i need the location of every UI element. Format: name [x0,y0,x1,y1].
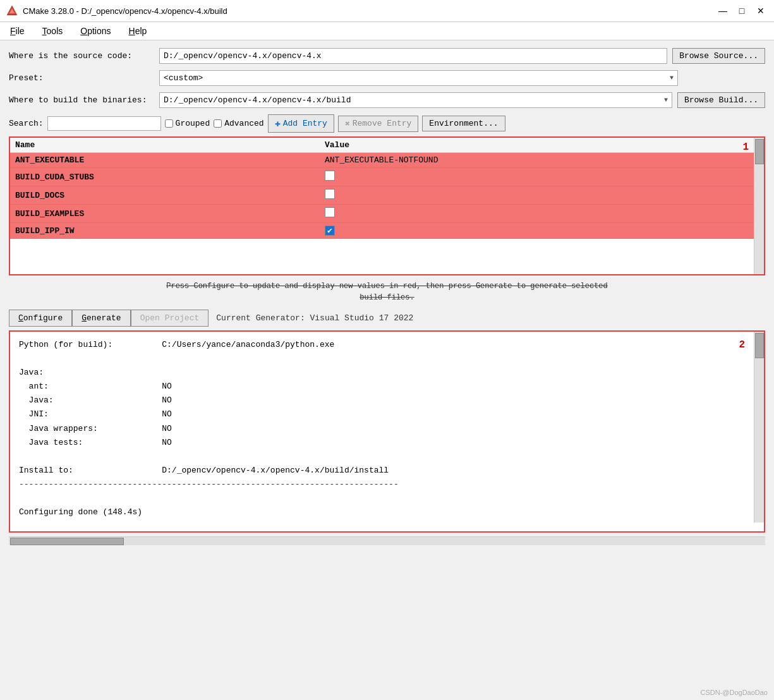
output-line-blank2 [19,450,755,464]
status-text: Press Configure to update and display ne… [9,281,765,303]
plus-icon: ✚ [275,118,281,130]
table-scrollbar-thumb[interactable] [755,139,764,164]
row-cuda-value [325,171,759,183]
grouped-checkbox-label[interactable]: Grouped [165,119,210,128]
output-line-install: Install to: D:/_opencv/opencv-4.x/opencv… [19,464,755,478]
toolbar-row: Search: Grouped Advanced ✚ Add Entry ✖ R… [9,114,765,133]
advanced-checkbox[interactable] [214,119,222,128]
remove-entry-label: Remove Entry [353,119,412,128]
browse-source-button[interactable]: Browse Source... [672,48,765,64]
advanced-checkbox-label[interactable]: Advanced [214,119,263,128]
browse-build-button[interactable]: Browse Build... [677,92,765,108]
ipp-checkbox[interactable]: ✔ [325,226,335,236]
table-row[interactable]: BUILD_CUDA_STUBS [10,168,764,186]
cuda-checkbox[interactable] [325,171,335,181]
status-line2: build files. [360,293,414,302]
row-ipp-name: BUILD_IPP_IW [15,226,325,236]
output-line-java2: Java: NO [19,394,755,407]
row-docs-value [325,189,759,202]
preset-arrow-icon: ▼ [670,75,674,81]
row-ant-name: ANT_EXECUTABLE [15,155,325,165]
menu-file[interactable]: File [6,24,28,38]
output-line-dashes: ----------------------------------------… [19,478,755,492]
table-row[interactable]: BUILD_IPP_IW ✔ [10,223,764,239]
search-input[interactable] [47,116,161,131]
output-line-jni: JNI: NO [19,407,755,421]
menu-help[interactable]: Help [125,24,151,38]
grouped-label: Grouped [176,119,210,128]
source-row: Where is the source code: Browse Source.… [9,48,765,64]
output-line-tests: Java tests: NO [19,436,755,450]
add-entry-label: Add Entry [283,119,327,128]
preset-value: <custom> [164,73,203,83]
table-row[interactable]: ANT_EXECUTABLE ANT_EXECUTABLE-NOTFOUND [10,153,764,168]
build-row: Where to build the binaries: D:/_opencv/… [9,92,765,108]
table-row[interactable]: BUILD_DOCS [10,186,764,205]
cmake-table: Name Value 1 ANT_EXECUTABLE ANT_EXECUTAB… [9,136,765,275]
table-header: Name Value [10,138,764,153]
source-input[interactable] [159,48,667,64]
col-value-header: Value [325,140,759,150]
col-name-header: Name [15,140,325,150]
output-row-number: 2 [739,337,745,354]
menu-tools[interactable]: Tools [39,24,67,38]
minimize-button[interactable]: — [716,4,730,18]
build-label: Where to build the binaries: [9,95,154,105]
open-project-label: Open Project [140,313,200,323]
row-examples-value [325,207,759,220]
source-label: Where is the source code: [9,51,154,61]
x-icon: ✖ [345,119,350,129]
menu-bar: File Tools Options Help [0,22,774,40]
output-line-blank3 [19,492,755,505]
status-line1: Press Configure to update and display ne… [166,282,608,291]
main-content: Where is the source code: Browse Source.… [0,40,774,553]
generate-button[interactable]: Generate [72,310,130,327]
title-bar-text: CMake 3.28.0 - D:/_opencv/opencv-4.x/ope… [23,6,711,16]
watermark: CSDN-@DogDaoDao [700,689,768,696]
add-entry-button[interactable]: ✚ Add Entry [268,114,334,133]
output-line-ant: ant: NO [19,380,755,394]
row-docs-name: BUILD_DOCS [15,191,325,200]
output-line-wrappers: Java wrappers: NO [19,422,755,436]
configure-label: Configure [18,313,63,323]
menu-options[interactable]: Options [76,24,114,38]
output-line-java: Java: [19,366,755,380]
build-arrow-icon: ▼ [664,97,668,104]
table-scrollbar[interactable] [754,138,764,274]
row-ant-value: ANT_EXECUTABLE-NOTFOUND [325,155,759,165]
generate-label: Generate [82,313,121,323]
search-label: Search: [9,119,44,128]
examples-checkbox[interactable] [325,207,335,217]
output-scrollbar[interactable] [754,332,764,522]
grouped-checkbox[interactable] [165,119,173,128]
environment-button[interactable]: Environment... [422,116,505,131]
preset-combo[interactable]: <custom> ▼ [159,70,678,86]
output-line-done: Configuring done (148.4s) [19,505,755,519]
row-ipp-value: ✔ [325,226,759,236]
build-combo[interactable]: D:/_opencv/opencv-4.x/opencv-4.x/build ▼ [159,92,672,108]
output-line-blank1 [19,352,755,366]
generator-text: Current Generator: Visual Studio 17 2022 [216,313,413,323]
output-hscrollbar[interactable] [9,536,765,545]
open-project-button[interactable]: Open Project [131,310,209,327]
output-line-python: Python (for build): C:/Users/yance/anaco… [19,338,755,352]
cmake-icon [6,5,18,16]
title-bar-controls: — □ ✕ [716,4,768,18]
output-hscrollbar-thumb[interactable] [10,538,124,545]
build-value: D:/_opencv/opencv-4.x/opencv-4.x/build [164,95,351,105]
docs-checkbox[interactable] [325,189,335,199]
close-button[interactable]: ✕ [754,4,768,18]
advanced-label: Advanced [224,119,263,128]
table-row[interactable]: BUILD_EXAMPLES [10,205,764,223]
preset-label: Preset: [9,73,154,83]
title-bar: CMake 3.28.0 - D:/_opencv/opencv-4.x/ope… [0,0,774,22]
row-examples-name: BUILD_EXAMPLES [15,209,325,219]
environment-label: Environment... [429,119,498,128]
preset-row: Preset: <custom> ▼ [9,70,765,86]
row-cuda-name: BUILD_CUDA_STUBS [15,172,325,182]
configure-button[interactable]: Configure [9,310,72,327]
remove-entry-button[interactable]: ✖ Remove Entry [338,116,418,132]
table-row-number: 1 [742,142,749,153]
maximize-button[interactable]: □ [735,4,749,18]
output-scrollbar-thumb[interactable] [755,333,764,358]
